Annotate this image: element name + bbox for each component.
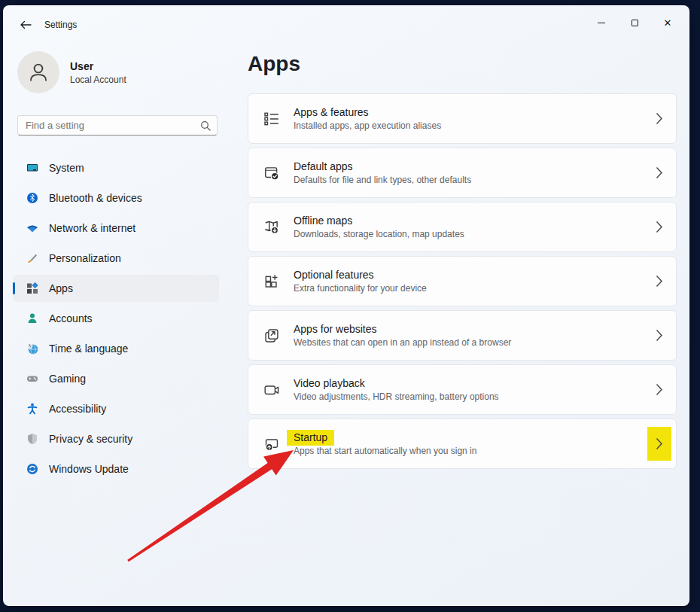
avatar [17,51,59,93]
card-title: Offline maps [294,215,464,227]
sidebar-item-bluetooth[interactable]: Bluetooth & devices [13,184,219,212]
network-icon [26,222,38,234]
gaming-icon [26,373,38,385]
personalization-icon [26,252,38,264]
card-video-playback[interactable]: Video playback Video adjustments, HDR st… [248,364,677,415]
card-offline-maps[interactable]: Offline maps Downloads, storage location… [248,202,677,252]
minimize-icon [598,23,605,23]
settings-window: Settings ✕ User Local Account [3,5,689,606]
sidebar-item-label: Privacy & security [49,433,132,445]
window-controls: ✕ [585,11,684,35]
windows-update-icon [26,463,38,475]
card-default-apps[interactable]: Default apps Defaults for file and link … [248,148,677,198]
card-subtitle: Installed apps, app execution aliases [294,120,441,131]
search-input[interactable] [26,120,200,131]
accessibility-icon [26,403,38,415]
sidebar-item-system[interactable]: System [13,154,219,181]
sidebar-item-label: Time & language [49,343,128,355]
sidebar-item-label: Accessibility [49,403,106,415]
optional-features-icon [263,273,280,290]
chevron-right-icon [647,102,671,135]
sidebar-item-time-language[interactable]: Time & language [13,335,219,362]
back-button[interactable] [14,14,37,35]
sidebar-item-privacy-security[interactable]: Privacy & security [13,425,219,452]
back-arrow-icon [20,20,32,29]
card-subtitle: Defaults for file and link types, other … [294,175,471,185]
sidebar-item-apps[interactable]: Apps [13,275,219,302]
apps-features-icon [263,111,280,127]
search-icon[interactable] [200,120,211,131]
startup-icon [263,436,280,452]
card-title: Optional features [294,269,427,281]
sidebar-item-label: Accounts [49,312,93,324]
card-apps-for-websites[interactable]: Apps for websites Websites that can open… [248,310,677,361]
card-startup[interactable]: Startup Apps that start automatically wh… [248,419,677,469]
card-subtitle: Downloads, storage location, map updates [294,229,464,239]
sidebar: User Local Account [4,39,236,605]
main-content: Apps Apps & features Installed apps, app… [248,45,677,473]
sidebar-nav: System Bluetooth & devices [13,154,219,486]
card-subtitle: Extra functionality for your device [294,283,427,294]
card-apps-features[interactable]: Apps & features Installed apps, app exec… [248,93,677,144]
sidebar-item-label: Gaming [49,373,86,385]
chevron-right-icon [647,264,671,298]
person-icon [27,61,50,84]
accounts-icon [26,312,38,324]
desktop-wallpaper: Settings ✕ User Local Account [0,0,700,612]
video-playback-icon [263,382,280,398]
card-subtitle: Apps that start automatically when you s… [294,446,476,456]
sidebar-item-network[interactable]: Network & internet [13,215,219,242]
startup-highlight: Startup [287,430,334,446]
sidebar-item-windows-update[interactable]: Windows Update [13,455,219,483]
minimize-button[interactable] [585,11,618,35]
card-title: Default apps [294,160,471,172]
chevron-right-icon [647,318,671,352]
sidebar-item-personalization[interactable]: Personalization [13,245,219,272]
chevron-right-icon [647,373,671,406]
titlebar: Settings ✕ [4,6,689,39]
sidebar-item-label: System [49,162,84,174]
card-title: Video playback [294,377,499,389]
user-name: User [70,60,126,72]
sidebar-item-label: Network & internet [49,222,135,234]
bluetooth-icon [26,192,38,204]
settings-cards: Apps & features Installed apps, app exec… [248,93,677,469]
sidebar-item-gaming[interactable]: Gaming [13,365,219,392]
chevron-right-icon [647,156,671,190]
sidebar-item-label: Personalization [49,252,121,264]
time-language-icon [26,343,38,355]
chevron-right-icon-highlighted[interactable] [647,427,671,461]
offline-maps-icon [263,219,280,236]
apps-icon [26,282,38,294]
chevron-right-icon [647,210,671,244]
card-title-highlighted: Startup [294,431,476,443]
close-button[interactable]: ✕ [651,11,684,35]
card-subtitle: Websites that can open in an app instead… [294,337,511,348]
account-type: Local Account [70,75,126,85]
maximize-button[interactable] [618,11,651,35]
search-box[interactable] [17,115,218,135]
default-apps-icon [263,165,280,181]
system-icon [26,162,38,174]
card-optional-features[interactable]: Optional features Extra functionality fo… [248,256,677,306]
maximize-icon [632,20,638,26]
sidebar-item-label: Bluetooth & devices [49,192,142,204]
privacy-security-icon [26,433,38,445]
sidebar-item-label: Apps [49,282,73,294]
page-title: Apps [248,51,677,77]
card-title: Apps for websites [294,323,511,335]
window-title: Settings [44,20,77,30]
sidebar-item-accounts[interactable]: Accounts [13,305,219,332]
card-title: Apps & features [294,106,441,118]
user-profile[interactable]: User Local Account [17,51,126,93]
sidebar-item-label: Windows Update [49,463,129,475]
close-icon: ✕ [664,18,672,28]
apps-for-websites-icon [263,327,280,344]
card-subtitle: Video adjustments, HDR streaming, batter… [294,391,499,402]
sidebar-item-accessibility[interactable]: Accessibility [13,395,219,422]
